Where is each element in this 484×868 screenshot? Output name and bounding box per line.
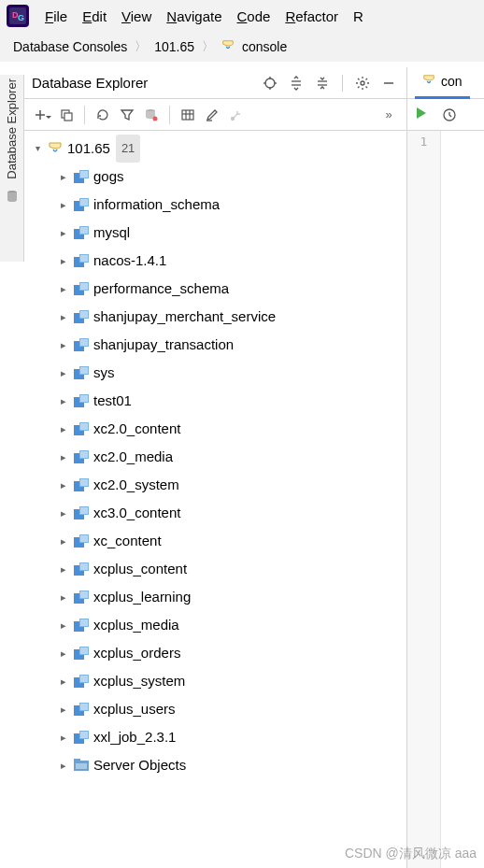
schema-icon (71, 282, 92, 295)
arrow-collapsed[interactable] (56, 555, 71, 584)
tool-window-stripe[interactable]: Database Explorer (0, 75, 24, 262)
edit-icon[interactable] (202, 105, 222, 125)
minimize-icon[interactable] (378, 73, 399, 93)
arrow-collapsed[interactable] (56, 611, 71, 640)
arrow-collapsed[interactable] (56, 247, 71, 276)
arrow-collapsed[interactable] (56, 667, 71, 696)
add-icon[interactable] (32, 105, 52, 125)
arrow-collapsed[interactable] (56, 723, 71, 752)
table-icon[interactable] (178, 105, 198, 125)
breadcrumb-sep: 〉 (202, 38, 214, 55)
jump-icon[interactable] (226, 105, 247, 125)
tree-schema-row[interactable]: xc3.0_content (24, 499, 406, 527)
arrow-collapsed[interactable] (56, 219, 71, 248)
arrow-collapsed[interactable] (56, 639, 71, 668)
arrow-collapsed[interactable] (56, 527, 71, 556)
svg-rect-92 (74, 759, 80, 762)
svg-rect-66 (80, 507, 88, 514)
tree-schema-row[interactable]: gogs (24, 163, 406, 191)
tree-schema-row[interactable]: xxl_job_2.3.1 (24, 723, 406, 751)
breadcrumb-root[interactable]: Database Consoles (13, 39, 127, 54)
editor-tab-console[interactable]: con (415, 67, 470, 99)
svg-rect-33 (80, 199, 88, 206)
schema-label: mysql (93, 219, 130, 247)
arrow-collapsed[interactable] (56, 191, 71, 220)
main-menu-bar: D G File Edit View Navigate Code Refacto… (0, 0, 484, 32)
expand-all-icon[interactable] (286, 73, 306, 93)
arrow-collapsed[interactable] (56, 695, 71, 724)
menu-navigate[interactable]: Navigate (166, 8, 221, 24)
menu-file[interactable]: File (45, 8, 67, 24)
server-objects-label: Server Objects (93, 751, 186, 779)
arrow-collapsed[interactable] (56, 303, 71, 332)
svg-rect-84 (80, 676, 88, 682)
schema-icon (71, 478, 92, 491)
tree-schema-row[interactable]: xc_content (24, 527, 406, 555)
menu-edit[interactable]: Edit (82, 8, 107, 24)
tree-schema-row[interactable]: test01 (24, 387, 406, 415)
svg-rect-81 (80, 647, 88, 654)
schema-icon (71, 450, 92, 463)
menu-refactor[interactable]: Refactor (285, 8, 338, 24)
arrow-collapsed[interactable] (56, 443, 71, 472)
tree-schema-row[interactable]: xc2.0_media (24, 443, 406, 471)
tree-schema-row[interactable]: nacos-1.4.1 (24, 247, 406, 275)
run-icon[interactable] (415, 107, 428, 123)
tree-schema-row[interactable]: xcplus_system (24, 667, 406, 695)
schema-icon (71, 170, 92, 183)
schema-icon (71, 591, 92, 604)
tree-schema-row[interactable]: xcplus_users (24, 695, 406, 723)
panel-header: Database Explorer (24, 67, 406, 99)
schema-icon (71, 394, 92, 407)
tree-connection-row[interactable]: 101.65 21 (24, 135, 406, 163)
menu-code[interactable]: Code (237, 8, 271, 24)
tree-schema-row[interactable]: xcplus_orders (24, 639, 406, 667)
tree-schema-row[interactable]: xcplus_content (24, 555, 406, 583)
breadcrumb-file[interactable]: console (242, 39, 287, 54)
arrow-collapsed[interactable] (56, 499, 71, 528)
menu-more[interactable]: R (353, 8, 363, 24)
arrow-collapsed[interactable] (56, 415, 71, 444)
arrow-collapsed[interactable] (56, 583, 71, 612)
svg-point-5 (265, 78, 275, 88)
arrow-collapsed[interactable] (56, 359, 71, 388)
tree-schema-row[interactable]: information_schema (24, 191, 406, 219)
tree-schema-row[interactable]: performance_schema (24, 275, 406, 303)
settings-icon[interactable] (352, 73, 373, 93)
editor-body[interactable]: 1 (407, 131, 484, 868)
target-icon[interactable] (260, 73, 280, 93)
connection-icon (45, 141, 65, 156)
database-icon (5, 189, 20, 206)
schema-label: xc_content (93, 527, 162, 555)
breadcrumb-conn[interactable]: 101.65 (154, 39, 194, 54)
history-icon[interactable] (439, 105, 460, 125)
arrow-collapsed[interactable] (56, 331, 71, 360)
refresh-icon[interactable] (93, 105, 113, 125)
tree-schema-row[interactable]: shanjupay_transaction (24, 331, 406, 359)
arrow-expanded[interactable] (30, 135, 45, 163)
datasource-icon[interactable] (141, 105, 162, 125)
arrow-collapsed[interactable] (56, 275, 71, 304)
schema-label: xc2.0_system (93, 471, 179, 499)
arrow-collapsed[interactable] (56, 387, 71, 416)
tree-schema-row[interactable]: xcplus_media (24, 611, 406, 639)
arrow-collapsed[interactable] (56, 163, 71, 192)
tree-schema-row[interactable]: xcplus_learning (24, 583, 406, 611)
tree-server-objects[interactable]: Server Objects (24, 751, 406, 779)
arrow-collapsed[interactable] (56, 751, 71, 780)
filter-icon[interactable] (117, 105, 137, 125)
tree-schema-row[interactable]: xc2.0_system (24, 471, 406, 499)
more-icon[interactable]: » (378, 105, 399, 125)
svg-rect-22 (182, 110, 193, 120)
tree-schema-row[interactable]: sys (24, 359, 406, 387)
menu-view[interactable]: View (121, 8, 151, 24)
svg-rect-78 (80, 619, 88, 626)
tree-schema-row[interactable]: shanjupay_merchant_service (24, 303, 406, 331)
tree-schema-row[interactable]: xc2.0_content (24, 415, 406, 443)
arrow-collapsed[interactable] (56, 471, 71, 500)
separator (342, 75, 343, 92)
collapse-all-icon[interactable] (312, 73, 333, 93)
tree-schema-row[interactable]: mysql (24, 219, 406, 247)
svg-rect-19 (64, 113, 72, 121)
copy-icon[interactable] (56, 105, 77, 125)
